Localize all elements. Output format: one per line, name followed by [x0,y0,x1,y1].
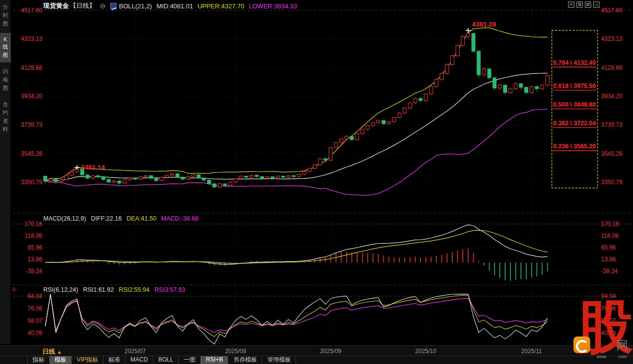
axis-label: 118.06 [601,232,619,239]
axis-label: 4323.13 [21,35,43,42]
axis-label: 3451.14 [81,164,105,171]
macd-indicator-name: MACD(26,12,9) [43,215,86,222]
axis-label: 58.07 [28,317,42,324]
axis-label: 40.09 [28,330,42,336]
axis-label: 3545.26 [601,150,623,157]
axis-range-icon[interactable]: ⇄ [585,1,591,8]
pan-right-icon[interactable]: → [593,1,600,8]
axis-label: -38.24 [26,268,42,275]
boll-lower-value: LOWER:3834.33 [249,2,297,10]
chart-toolbar-icons: +⇅⇄→ [568,1,600,8]
toolbar-tab-8[interactable]: 另存模板 [228,356,262,364]
axis-label: 3934.20 [601,93,623,100]
macd-panel-header: MACD(26,12,9) DIFF:22.16 DEA:41.50 MACD:… [43,215,199,222]
macd-dea-value: DEA:41.50 [126,215,156,222]
chart-canvas[interactable]: 4517.604517.604323.134323.134128.664128.… [0,0,633,346]
axis-label: 0.382 \ 3722.04 [553,120,596,127]
axis-label: 94.04 [28,293,42,300]
crosshair-icon[interactable]: + [568,1,574,8]
axis-label: 76.06 [601,305,616,312]
rsi-panel-header: RSI(6,12,24) RSI1:61.92 RSI2:55.94 RSI3:… [43,286,185,293]
axis-label: 3545.26 [21,150,43,157]
date-axis-row: 日线 ▲ 2025/072025/082025/092025/102025/11 [0,345,633,356]
toolbar-tab-6[interactable]: 一图 [179,356,201,364]
boll-indicator-name: BOLL(21,2) [119,2,152,10]
axis-label: 0.764 \ 4132.40 [553,59,596,66]
axis-label: 58.07 [601,317,616,324]
axis-label: 4128.66 [601,64,623,71]
chevron-up-icon: ▲ [57,349,62,355]
axis-label: 0.618 \ 3975.56 [553,83,596,89]
axis-label: 94.04 [601,293,616,300]
period-selector[interactable]: 日线 ▲ [42,347,62,356]
macd-lines [45,225,547,265]
toolbar-tab-5[interactable]: BOLL [153,356,179,364]
toolbar-tab-4[interactable]: MACD [125,356,153,364]
axis-label: -38.24 [601,268,618,275]
axis-label: 3350.79 [21,179,43,186]
chart-header: 现货黄金 【日线】 ⊖ BOLL(21,2) MID:4081.01 UPPER… [43,1,297,10]
axis-label: 3739.73 [21,121,43,128]
sidebar-item-2[interactable]: 闪电图 [0,64,11,95]
rsi2-value: RSI2:55.94 [119,286,150,293]
date-tick-3: 2025/10 [411,348,441,355]
axis-label: 76.06 [28,305,42,312]
period-tag: 【日线】 [70,1,95,10]
rsi-panel-marker-icon[interactable] [12,287,16,292]
mini-chart-icon [110,3,117,9]
date-tick-1: 2025/08 [221,348,250,355]
axis-label: 13.86 [28,256,42,263]
boll-upper-value: UPPER:4327.70 [197,2,244,10]
axis-label: 4517.60 [21,7,43,14]
date-tick-4: 2025/11 [517,348,546,355]
toolbar-tab-7[interactable]: RSI+B [201,356,228,364]
axis-label: 65.96 [28,244,42,251]
left-sidebar: 分时图K线图闪电图合约资料 [0,0,11,344]
macd-macd-value: MACD:-38.68 [161,215,199,222]
sidebar-item-0[interactable]: 分时图 [0,0,11,31]
date-tick-2: 2025/09 [316,348,345,355]
axis-label: 4381.29 [472,21,496,28]
axis-label: 13.86 [601,256,616,263]
axis-label: 3934.20 [21,93,43,100]
axis-label: 4323.13 [601,35,623,42]
axis-label: 3739.73 [601,121,623,128]
macd-histogram [45,249,547,280]
sidebar-item-3[interactable]: 合约资料 [0,97,11,137]
collapse-icon[interactable]: ⊖ [100,2,106,10]
rsi3-value: RSI3:57.93 [154,286,185,293]
boll-mid-value: MID:4081.01 [156,2,193,10]
axis-label: 4517.60 [601,7,623,14]
rsi1-value: RSI1:61.92 [83,286,114,293]
axis-label: 170.16 [601,221,619,227]
axis-label: 4128.66 [21,64,43,71]
axis-label: 40.09 [601,330,616,336]
toolbar-tab-3[interactable]: 标准 [103,356,125,364]
toolbar-tab-2[interactable]: VIP指标 [72,356,103,364]
toolbar-tab-9[interactable]: 管理模板 [262,356,296,364]
axis-label: 65.96 [601,244,616,251]
trading-app-window: 4517.604517.604323.134323.134128.664128.… [0,0,633,364]
rsi-lines [45,294,547,344]
axis-label: 118.06 [25,232,42,239]
bottom-toolbar: 指标模板VIP指标标准MACDBOLL一图RSI+B另存模板管理模板 [0,356,633,364]
candlestick-series [44,30,549,188]
symbol-title: 现货黄金 [43,1,69,10]
macd-diff-value: DIFF:22.16 [91,215,122,222]
axis-label: 3350.79 [601,179,623,186]
rsi-indicator-name: RSI(6,12,24) [43,286,78,293]
sidebar-item-1[interactable]: K线图 [0,33,11,62]
bollinger-bands [45,28,547,195]
axis-scale-icon[interactable]: ⇅ [576,1,583,8]
toolbar-tab-1[interactable]: 模板 [50,356,72,364]
toolbar-tab-0[interactable]: 指标 [27,356,50,364]
axis-label: 0.500 \ 3848.80 [553,101,596,108]
axis-label: 0.236 \ 3565.20 [553,143,596,150]
date-tick-0: 2025/07 [121,348,150,355]
axis-label: 170.16 [24,221,42,227]
